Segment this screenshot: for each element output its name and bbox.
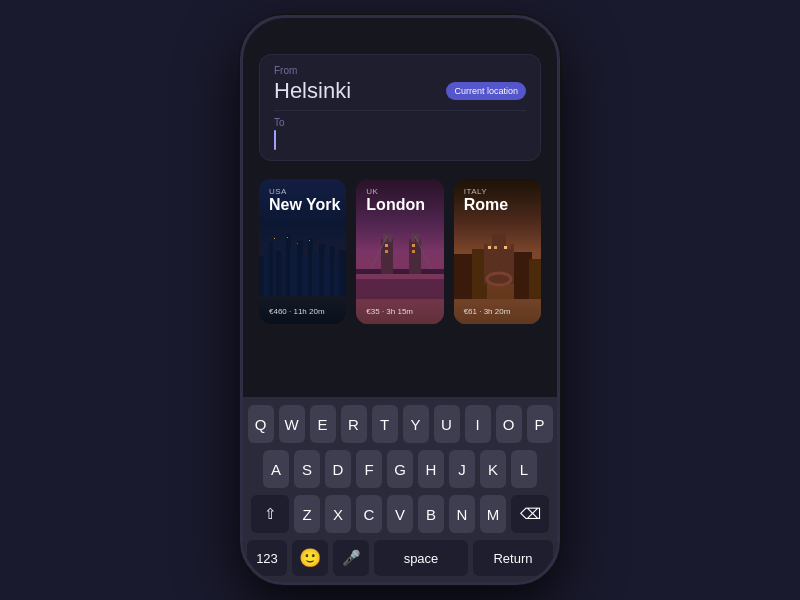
card-city: Rome [464,196,508,214]
card-info-top: UK London [366,187,425,214]
svg-rect-19 [309,240,310,241]
svg-rect-27 [411,234,415,242]
rome-scene-svg [454,224,541,299]
key-r[interactable]: R [341,405,367,443]
space-key[interactable]: space [374,540,468,576]
phone-screen: From Helsinki Current location To [243,18,557,582]
svg-rect-39 [529,259,541,299]
tower-bridge-svg [356,224,443,299]
key-d[interactable]: D [325,450,351,488]
key-v[interactable]: V [387,495,413,533]
key-y[interactable]: Y [403,405,429,443]
from-row: Helsinki Current location [274,78,526,104]
key-j[interactable]: J [449,450,475,488]
key-h[interactable]: H [418,450,444,488]
card-country: UK [366,187,425,196]
card-city: London [366,196,425,214]
svg-rect-25 [388,234,392,242]
keyboard: Q W E R T Y U I O P A S D F G H J K [243,397,557,582]
from-label: From [274,65,526,76]
card-info-top: Italy Rome [464,187,508,214]
return-key[interactable]: Return [473,540,553,576]
to-section: To [274,117,526,150]
key-o[interactable]: O [496,405,522,443]
city-skyline-svg [259,226,346,296]
emoji-key[interactable]: 🙂 [292,540,328,576]
keyboard-row-4: 123 🙂 🎤 space Return [247,540,553,576]
svg-rect-45 [488,246,491,249]
svg-rect-21 [356,279,443,299]
card-price: €35 · 3h 15m [366,307,413,316]
status-bar [243,18,557,46]
key-l[interactable]: L [511,450,537,488]
phone-device: From Helsinki Current location To [240,15,560,585]
key-u[interactable]: U [434,405,460,443]
key-p[interactable]: P [527,405,553,443]
card-info-bottom: €460 · 11h 20m [269,307,325,316]
svg-rect-33 [412,244,415,247]
svg-rect-13 [324,254,331,296]
svg-rect-46 [494,246,497,249]
keyboard-row-3: ⇧ Z X C V B N M ⌫ [247,495,553,533]
key-f[interactable]: F [356,450,382,488]
key-t[interactable]: T [372,405,398,443]
destination-card-london[interactable]: UK London €35 · 3h 15m [356,179,443,324]
card-price: €460 · 11h 20m [269,307,325,316]
svg-rect-18 [287,237,288,238]
svg-rect-28 [416,234,420,242]
card-info-top: USA New York [269,187,340,214]
key-b[interactable]: B [418,495,444,533]
key-w[interactable]: W [279,405,305,443]
form-divider [274,110,526,111]
key-s[interactable]: S [294,450,320,488]
key-k[interactable]: K [480,450,506,488]
card-country: Italy [464,187,508,196]
destination-card-rome[interactable]: Italy Rome €61 · 3h 20m [454,179,541,324]
card-country: USA [269,187,340,196]
to-input-row[interactable] [274,130,526,150]
key-i[interactable]: I [465,405,491,443]
keyboard-row-2: A S D F G H J K L [247,450,553,488]
svg-rect-32 [385,250,388,253]
numbers-key[interactable]: 123 [247,540,287,576]
key-g[interactable]: G [387,450,413,488]
svg-rect-47 [504,246,507,249]
app-content: From Helsinki Current location To [243,46,557,397]
destination-cards: USA New York €460 · 11h 20m [259,179,541,324]
svg-rect-20 [297,243,298,244]
svg-rect-31 [385,244,388,247]
search-form: From Helsinki Current location To [259,54,541,161]
svg-rect-22 [356,269,443,274]
key-z[interactable]: Z [294,495,320,533]
delete-key[interactable]: ⌫ [511,495,549,533]
key-c[interactable]: C [356,495,382,533]
keyboard-row-1: Q W E R T Y U I O P [247,405,553,443]
svg-rect-34 [412,250,415,253]
shift-key[interactable]: ⇧ [251,495,289,533]
key-m[interactable]: M [480,495,506,533]
text-cursor [274,130,276,150]
svg-rect-11 [312,251,320,296]
current-location-button[interactable]: Current location [446,82,526,100]
card-city: New York [269,196,340,214]
to-label: To [274,117,526,128]
key-e[interactable]: E [310,405,336,443]
svg-rect-17 [274,238,275,239]
card-info-bottom: €35 · 3h 15m [366,307,413,316]
card-price: €61 · 3h 20m [464,307,511,316]
card-info-bottom: €61 · 3h 20m [464,307,511,316]
key-n[interactable]: N [449,495,475,533]
svg-rect-36 [454,254,474,299]
from-value: Helsinki [274,78,351,104]
svg-rect-9 [302,256,309,296]
mic-key[interactable]: 🎤 [333,540,369,576]
destination-card-new-york[interactable]: USA New York €460 · 11h 20m [259,179,346,324]
key-x[interactable]: X [325,495,351,533]
svg-rect-16 [339,250,346,296]
from-section: From Helsinki Current location [274,65,526,104]
key-q[interactable]: Q [248,405,274,443]
key-a[interactable]: A [263,450,289,488]
svg-rect-7 [290,248,298,296]
